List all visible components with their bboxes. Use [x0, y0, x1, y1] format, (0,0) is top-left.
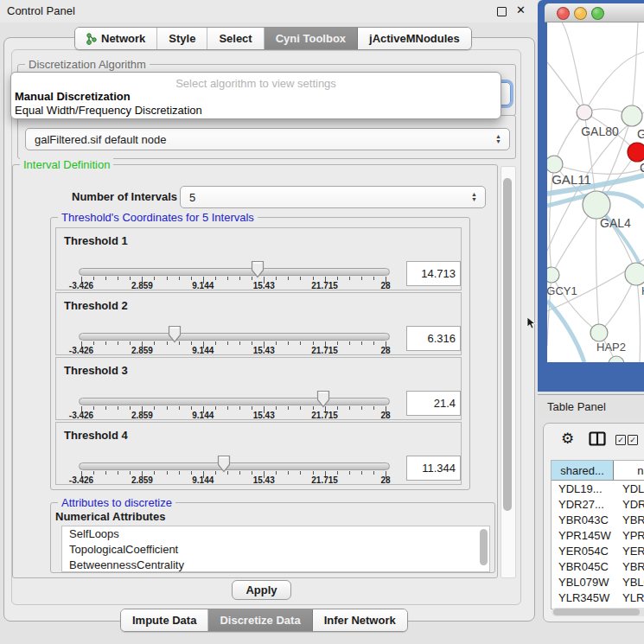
- network-edge[interactable]: [632, 22, 638, 116]
- table-row[interactable]: YBL079WYBL0: [552, 574, 644, 590]
- tab-network[interactable]: Network: [75, 28, 157, 49]
- slider-track[interactable]: [79, 398, 390, 405]
- network-thick-edge[interactable]: [547, 301, 584, 362]
- mac-zoom-button[interactable]: [591, 7, 604, 20]
- content-scrollbar-track[interactable]: [501, 166, 516, 578]
- network-node-gal80[interactable]: [577, 105, 592, 120]
- mac-minimize-button[interactable]: [574, 7, 587, 20]
- table-hscrollbar[interactable]: [552, 608, 644, 616]
- table-row[interactable]: YDL19...YDL1: [552, 481, 644, 496]
- table-data-combobox[interactable]: galFiltered.sif default node ▲▼: [25, 128, 510, 150]
- network-window-titlebar[interactable]: [545, 3, 644, 22]
- float-window-icon[interactable]: [497, 7, 507, 16]
- network-node-label: GAL11: [552, 172, 591, 187]
- tab-label: Discretize Data: [220, 614, 300, 627]
- minor-tick: [361, 406, 362, 410]
- attribute-item-selfloops[interactable]: SelfLoops: [62, 526, 489, 542]
- tab-select[interactable]: Select: [207, 28, 264, 49]
- threshold-value-field[interactable]: 11.344: [406, 456, 461, 481]
- algorithm-option-manual[interactable]: Manual Discretization: [14, 90, 131, 103]
- network-edge[interactable]: [636, 274, 641, 362]
- attribute-item-topologicalcoefficient[interactable]: TopologicalCoefficient: [62, 542, 489, 558]
- threshold-value-field[interactable]: 6.316: [406, 326, 461, 351]
- tab-jactivemnodules[interactable]: jActiveMNodules: [358, 28, 471, 49]
- minor-tick: [93, 341, 94, 345]
- apply-button[interactable]: Apply: [232, 580, 291, 600]
- table-row[interactable]: YBR043CYBR0: [552, 512, 644, 527]
- slider-track[interactable]: [79, 462, 390, 470]
- tick-label: 15.43: [253, 475, 275, 485]
- minor-tick: [373, 471, 374, 475]
- network-node-c[interactable]: [628, 143, 644, 162]
- tab-cyni-toolbox[interactable]: Cyni Toolbox: [265, 28, 358, 49]
- table-row[interactable]: YLR345WYLR3: [552, 590, 644, 605]
- tick-label: 2.859: [131, 281, 153, 290]
- network-node-gal4[interactable]: [583, 191, 610, 219]
- table-row[interactable]: YBR045CYBR0: [552, 558, 644, 574]
- threshold-value-field[interactable]: 21.4: [406, 391, 461, 416]
- table-hscrollbar-thumb[interactable]: [553, 609, 640, 615]
- checkbox-icon[interactable]: ✓: [615, 435, 626, 445]
- minor-tick: [118, 471, 118, 475]
- list-scrollbar[interactable]: [480, 529, 488, 565]
- minor-tick: [154, 341, 155, 345]
- network-node-node-bottom-edge[interactable]: [609, 356, 624, 362]
- slider-track[interactable]: [79, 333, 390, 341]
- tab-style[interactable]: Style: [157, 28, 207, 49]
- minor-tick: [337, 471, 338, 475]
- network-node-gcy1[interactable]: [547, 267, 559, 283]
- minor-tick: [337, 341, 338, 345]
- network-edge[interactable]: [596, 205, 599, 333]
- algorithm-option-equal-width[interactable]: Equal Width/Frequency Discretization: [14, 104, 202, 117]
- slider-track[interactable]: [79, 268, 390, 276]
- table-row[interactable]: YDR27...YDR2: [552, 496, 644, 512]
- content-scrollbar-thumb[interactable]: [503, 178, 512, 511]
- split-columns-icon[interactable]: [589, 431, 606, 446]
- minor-tick: [349, 406, 350, 410]
- slider-thumb[interactable]: [168, 325, 182, 343]
- algorithm-placeholder-option[interactable]: Select algorithm to view settings: [11, 77, 501, 90]
- tick-label: 15.43: [253, 346, 275, 355]
- network-edge[interactable]: [562, 22, 584, 112]
- minor-tick: [167, 471, 168, 475]
- close-icon[interactable]: ✕: [516, 3, 526, 16]
- tick-label: 21.715: [311, 475, 338, 485]
- network-node-gal11[interactable]: [547, 156, 563, 173]
- minor-tick: [239, 277, 240, 280]
- network-edge[interactable]: [547, 62, 584, 112]
- table-row[interactable]: YPR145WYPR1: [552, 527, 644, 543]
- tick-label: -3.426: [69, 281, 93, 290]
- number-of-intervals-combobox[interactable]: 5 ▲▼: [180, 186, 486, 208]
- tick-label: 21.715: [311, 411, 338, 420]
- slider-thumb[interactable]: [217, 455, 231, 473]
- minor-tick: [313, 471, 314, 475]
- tab-infer-network[interactable]: Infer Network: [313, 609, 407, 631]
- minor-tick: [118, 406, 118, 410]
- minor-tick: [191, 341, 192, 345]
- minor-tick: [130, 406, 131, 410]
- tick-label: 2.859: [131, 411, 153, 420]
- network-node-label: GAL4: [600, 216, 631, 230]
- column-header-na[interactable]: na...: [614, 461, 644, 480]
- network-canvas[interactable]: GAL80GACGAL11GAL4GCY1HHAP2: [547, 22, 644, 362]
- tick-label: 21.715: [311, 346, 338, 355]
- network-node-ga[interactable]: [622, 105, 642, 126]
- slider-thumb[interactable]: [251, 260, 265, 278]
- network-node-h[interactable]: [625, 263, 644, 285]
- attribute-item-betweennesscentrality[interactable]: BetweennessCentrality: [62, 558, 489, 572]
- minor-tick: [227, 277, 228, 280]
- tab-discretize-data[interactable]: Discretize Data: [208, 609, 312, 631]
- minor-tick: [167, 277, 168, 280]
- gear-icon[interactable]: ⚙: [561, 430, 574, 448]
- mac-close-button[interactable]: [557, 7, 570, 20]
- slider-thumb[interactable]: [316, 390, 330, 408]
- column-header-shared[interactable]: shared...: [552, 461, 614, 480]
- network-node-hap2[interactable]: [590, 324, 608, 341]
- network-node-label: HAP2: [596, 341, 626, 354]
- tab-impute-data[interactable]: Impute Data: [121, 609, 208, 631]
- cell-shared-name: YBL079W: [552, 576, 613, 589]
- checkbox-icon[interactable]: ✓: [628, 435, 638, 445]
- table-row[interactable]: YER054CYER0: [552, 543, 644, 558]
- minor-tick: [276, 341, 277, 345]
- threshold-value-field[interactable]: 14.713: [406, 261, 461, 286]
